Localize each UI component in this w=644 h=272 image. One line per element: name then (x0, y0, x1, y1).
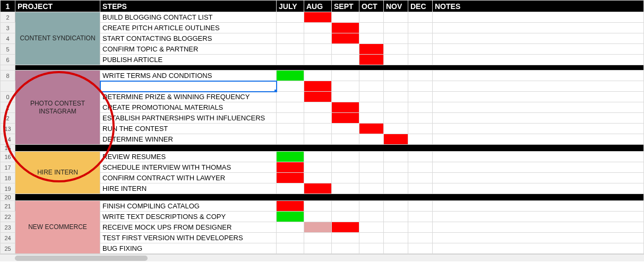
step-row[interactable]: 16HIRE INTERNREVIEW RESUMES (1, 152, 644, 162)
notes-cell[interactable] (433, 212, 644, 222)
month-cell[interactable] (332, 183, 359, 194)
step-label-cell[interactable]: BUILD BLOGGING CONTACT LIST (100, 12, 277, 23)
month-cell[interactable] (332, 162, 359, 173)
month-cell[interactable] (384, 183, 408, 194)
step-label-cell[interactable]: FINISH COMPILING CATALOG (100, 201, 277, 212)
notes-cell[interactable] (433, 162, 644, 173)
row-number[interactable]: 20 (1, 194, 15, 201)
month-cell[interactable] (384, 12, 408, 23)
month-cell[interactable] (408, 81, 433, 92)
month-cell[interactable] (332, 23, 359, 33)
month-cell[interactable] (384, 44, 408, 55)
month-cell[interactable] (332, 92, 359, 102)
month-cell[interactable] (408, 173, 433, 183)
row-number[interactable]: 6 (1, 55, 15, 65)
month-cell[interactable] (332, 152, 359, 162)
notes-cell[interactable] (433, 113, 644, 124)
month-cell[interactable] (359, 71, 384, 81)
month-cell[interactable] (408, 233, 433, 243)
row-number[interactable]: 18 (1, 173, 15, 183)
row-number[interactable]: 13 (1, 124, 15, 134)
row-number[interactable] (1, 81, 15, 92)
month-cell[interactable] (359, 162, 384, 173)
month-cell[interactable] (408, 222, 433, 233)
month-cell[interactable] (408, 44, 433, 55)
month-cell[interactable] (277, 183, 304, 194)
month-cell[interactable] (408, 23, 433, 33)
step-label-cell[interactable]: START CONTACTING BLOGGERS (100, 33, 277, 44)
month-cell[interactable] (384, 92, 408, 102)
month-cell[interactable] (277, 124, 304, 134)
month-cell[interactable] (304, 222, 332, 233)
row-number[interactable]: 23 (1, 222, 15, 233)
month-cell[interactable] (408, 201, 433, 212)
row-number[interactable]: 4 (1, 33, 15, 44)
month-cell[interactable] (359, 81, 384, 92)
month-cell[interactable] (408, 183, 433, 194)
month-cell[interactable] (359, 113, 384, 124)
month-cell[interactable] (332, 233, 359, 243)
month-cell[interactable] (384, 162, 408, 173)
month-cell[interactable] (408, 102, 433, 113)
month-cell[interactable] (384, 124, 408, 134)
month-cell[interactable] (384, 134, 408, 145)
month-cell[interactable] (332, 81, 359, 92)
row-number[interactable]: 22 (1, 212, 15, 222)
month-cell[interactable] (304, 23, 332, 33)
notes-cell[interactable] (433, 222, 644, 233)
month-cell[interactable] (408, 113, 433, 124)
month-cell[interactable] (359, 55, 384, 65)
month-cell[interactable] (304, 201, 332, 212)
row-number[interactable]: 21 (1, 201, 15, 212)
month-cell[interactable] (277, 113, 304, 124)
step-label-cell[interactable]: REVIEW RESUMES (100, 152, 277, 162)
step-label-cell[interactable]: CREATE PITCH ARTICLE OUTLINES (100, 23, 277, 33)
row-number[interactable]: 15 (1, 145, 15, 152)
step-label-cell[interactable]: WRITE TERMS AND CONDITIONS (100, 71, 277, 81)
month-cell[interactable] (332, 222, 359, 233)
step-label-cell[interactable]: CONFIRM CONTRACT WITH LAWYER (100, 173, 277, 183)
month-cell[interactable] (359, 124, 384, 134)
month-cell[interactable] (359, 102, 384, 113)
month-cell[interactable] (277, 201, 304, 212)
notes-cell[interactable] (433, 71, 644, 81)
month-cell[interactable] (359, 44, 384, 55)
notes-cell[interactable] (433, 134, 644, 145)
month-cell[interactable] (332, 201, 359, 212)
row-number[interactable]: 8 (1, 71, 15, 81)
notes-cell[interactable] (433, 173, 644, 183)
scrollbar-thumb[interactable] (15, 256, 148, 261)
month-cell[interactable] (304, 102, 332, 113)
month-cell[interactable] (332, 12, 359, 23)
month-cell[interactable] (277, 222, 304, 233)
month-cell[interactable] (359, 92, 384, 102)
month-cell[interactable] (277, 92, 304, 102)
month-cell[interactable] (359, 183, 384, 194)
month-cell[interactable] (304, 113, 332, 124)
month-cell[interactable] (332, 134, 359, 145)
month-cell[interactable] (384, 113, 408, 124)
month-cell[interactable] (277, 243, 304, 254)
month-cell[interactable] (408, 212, 433, 222)
month-cell[interactable] (277, 162, 304, 173)
month-cell[interactable] (359, 201, 384, 212)
row-number[interactable]: 25 (1, 243, 15, 254)
month-cell[interactable] (304, 12, 332, 23)
month-cell[interactable] (384, 55, 408, 65)
month-cell[interactable] (332, 173, 359, 183)
month-cell[interactable] (332, 55, 359, 65)
project-cell[interactable]: CONTENT SYNDICATION (15, 12, 100, 65)
month-cell[interactable] (384, 233, 408, 243)
month-cell[interactable] (332, 243, 359, 254)
notes-cell[interactable] (433, 44, 644, 55)
notes-cell[interactable] (433, 33, 644, 44)
month-cell[interactable] (384, 71, 408, 81)
step-label-cell[interactable]: DETERMINE PRIZE & WINNING FREQUENCY (100, 92, 277, 102)
month-cell[interactable] (359, 23, 384, 33)
month-cell[interactable] (277, 44, 304, 55)
month-cell[interactable] (408, 33, 433, 44)
month-cell[interactable] (384, 23, 408, 33)
step-label-cell[interactable]: RUN THE CONTEST (100, 124, 277, 134)
step-row[interactable]: 8PHOTO CONTEST INSTAGRAMWRITE TERMS AND … (1, 71, 644, 81)
step-label-cell[interactable]: TEST FIRST VERSION WITH DEVELOPERS (100, 233, 277, 243)
